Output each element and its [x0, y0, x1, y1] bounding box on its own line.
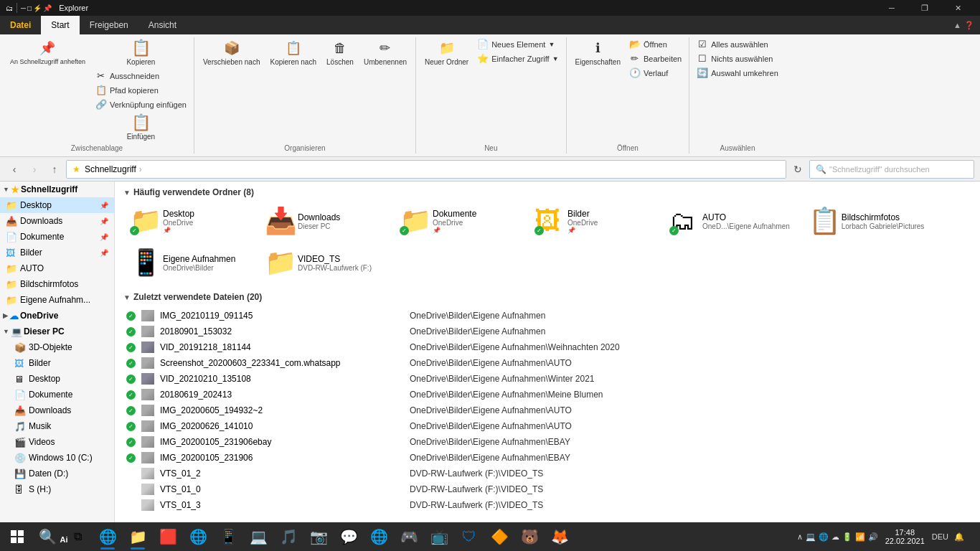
- recent-item-7[interactable]: ✓ IMG_20200626_141010 OneDrive\Bilder\Ei…: [123, 418, 971, 434]
- taskbar-music[interactable]: 🎵: [274, 522, 303, 551]
- sidebar-item-bilder-pc[interactable]: 🖼 Bilder: [0, 355, 114, 371]
- onedrive-header[interactable]: ▶ ☁ OneDrive: [0, 308, 114, 324]
- minimize-button[interactable]: ─: [875, 0, 908, 16]
- taskbar-game[interactable]: 🎮: [395, 522, 423, 551]
- sidebar-item-bilder[interactable]: 🖼 Bilder 📌: [0, 245, 114, 260]
- taskbar-vlc[interactable]: 🔶: [485, 522, 514, 551]
- taskbar-remote[interactable]: 💻: [244, 522, 273, 551]
- folder-tile-bildschirm[interactable]: 📋 Bildschirmfotos Lorbach Gabriele\Pictu…: [802, 203, 931, 239]
- sidebar-item-dokumente-pc[interactable]: 📄 Dokumente: [0, 387, 114, 402]
- address-path[interactable]: ★ Schnellzugriff ›: [66, 160, 786, 179]
- history-button[interactable]: 🕐 Verlauf: [626, 66, 684, 80]
- back-button[interactable]: ‹: [6, 161, 23, 178]
- tray-network-icon[interactable]: 🌐: [819, 532, 829, 542]
- sidebar-item-downloads[interactable]: 📥 Downloads 📌: [0, 213, 114, 229]
- quickaccess-header[interactable]: ▼ ★ Schnellzugriff: [0, 182, 114, 197]
- easy-access-button[interactable]: ⭐ Einfacher Zugriff ▼: [474, 52, 561, 65]
- taskbar-security[interactable]: 🛡: [455, 522, 484, 551]
- cut-button[interactable]: ✂ Ausschneiden: [93, 69, 189, 83]
- recent-files-header[interactable]: ▼ Zuletzt verwendete Dateien (20): [123, 292, 971, 302]
- refresh-button[interactable]: ↻: [789, 161, 806, 178]
- properties-button[interactable]: ℹ Eigenschaften: [571, 37, 625, 68]
- copy-path-button[interactable]: 📋 Pfad kopieren: [93, 83, 189, 97]
- move-to-button[interactable]: 📦 Verschieben nach: [199, 37, 265, 68]
- tab-freigeben[interactable]: Freigeben: [80, 16, 138, 34]
- recent-item-9[interactable]: ✓ IMG_20200105_231906 OneDrive\Bilder\Ei…: [123, 450, 971, 466]
- sidebar-item-bildschirmfotos[interactable]: 📁 Bildschirmfotos: [0, 276, 114, 292]
- sidebar-item-daten-d[interactable]: 💾 Daten (D:): [0, 466, 114, 481]
- recent-item-0[interactable]: ✓ IMG_20210119_091145 OneDrive\Bilder\Ei…: [123, 308, 971, 324]
- tray-onedrive-icon[interactable]: ☁: [831, 532, 839, 542]
- folder-tile-downloads[interactable]: 📥 Downloads Dieser PC: [258, 203, 387, 239]
- taskbar-office[interactable]: 🟥: [154, 522, 182, 551]
- sidebar-item-desktop[interactable]: 📁 Desktop 📌: [0, 197, 114, 213]
- open-button[interactable]: 📂 Öffnen: [626, 37, 684, 51]
- taskbar-bear[interactable]: 🐻: [515, 522, 544, 551]
- taskbar-whatsapp[interactable]: 💬: [334, 522, 363, 551]
- search-box[interactable]: 🔍 "Schnellzugriff" durchsuchen: [809, 160, 974, 179]
- close-button[interactable]: ✕: [941, 0, 974, 16]
- taskbar-browser2[interactable]: 🌐: [364, 522, 393, 551]
- folder-tile-video-ts[interactable]: 📁 VIDEO_TS DVD-RW-Laufwerk (F:): [258, 245, 387, 281]
- recent-item-2[interactable]: ✓ VID_20191218_181144 OneDrive\Bilder\Ei…: [123, 339, 971, 355]
- tray-wifi-icon[interactable]: 📶: [855, 532, 865, 542]
- paste-button[interactable]: 📋 Einfügen: [93, 112, 189, 143]
- maximize-button[interactable]: ❐: [908, 0, 941, 16]
- recent-item-1[interactable]: ✓ 20180901_153032 OneDrive\Bilder\Eigene…: [123, 324, 971, 339]
- recent-item-8[interactable]: ✓ IMG_20200105_231906ebay OneDrive\Bilde…: [123, 434, 971, 450]
- forward-button[interactable]: ›: [26, 161, 43, 178]
- start-button[interactable]: [3, 522, 32, 551]
- pin-quickaccess-button[interactable]: 📌 An Schnellzugriff anheften: [4, 37, 91, 67]
- taskbar-clock[interactable]: 17:48 22.02.2021: [881, 528, 929, 545]
- taskbar-phone[interactable]: 📱: [214, 522, 242, 551]
- recent-item-4[interactable]: ✓ VID_20210210_135108 OneDrive\Bilder\Ei…: [123, 371, 971, 387]
- folder-tile-eigene[interactable]: 📱 Eigene Aufnahmen OneDrive\Bilder: [123, 245, 253, 281]
- up-button[interactable]: ↑: [46, 161, 63, 178]
- taskbar-edge[interactable]: 🌐: [93, 522, 122, 551]
- folder-tile-desktop[interactable]: 📁 ✓ Desktop OneDrive 📌: [123, 203, 253, 239]
- select-all-button[interactable]: ☑ Alles auswählen: [694, 37, 781, 51]
- recent-item-3[interactable]: ✓ Screenshot_20200603_223341_com.whatsap…: [123, 355, 971, 371]
- tab-start[interactable]: Start: [41, 16, 79, 34]
- sidebar-item-videos[interactable]: 🎬 Videos: [0, 434, 114, 450]
- taskbar-camera[interactable]: 📷: [304, 522, 333, 551]
- recent-item-12[interactable]: VTS_01_3 DVD-RW-Laufwerk (F:)\VIDEO_TS: [123, 497, 971, 513]
- folder-tile-bilder[interactable]: 🖼 ✓ Bilder OneDrive 📌: [528, 203, 657, 239]
- sidebar-item-auto[interactable]: 📁 AUTO: [0, 260, 114, 276]
- sidebar-item-desktop-pc[interactable]: 🖥 Desktop: [0, 371, 114, 387]
- edit-button[interactable]: ✏ Bearbeiten: [626, 52, 684, 65]
- show-hidden-icons[interactable]: ∧: [797, 532, 803, 542]
- tab-datei[interactable]: Datei: [0, 16, 41, 34]
- recent-item-11[interactable]: VTS_01_0 DVD-RW-Laufwerk (F:)\VIDEO_TS: [123, 481, 971, 497]
- sidebar-item-3dobjects[interactable]: 📦 3D-Objekte: [0, 339, 114, 355]
- tab-ansicht[interactable]: Ansicht: [138, 16, 187, 34]
- new-item-button[interactable]: 📄 Neues Element ▼: [474, 37, 561, 51]
- tray-pc-icon[interactable]: 💻: [806, 532, 816, 542]
- folder-tile-dokumente[interactable]: 📁 ✓ Dokumente OneDrive 📌: [393, 203, 522, 239]
- sidebar-item-windows-c[interactable]: 💿 Windows 10 (C:): [0, 450, 114, 466]
- sidebar-item-musik[interactable]: 🎵 Musik: [0, 418, 114, 434]
- sidebar-item-downloads-pc[interactable]: 📥 Downloads: [0, 402, 114, 418]
- ribbon-up[interactable]: ▲: [953, 21, 961, 29]
- delete-button[interactable]: 🗑 Löschen: [322, 37, 358, 68]
- sidebar-item-dokumente[interactable]: 📄 Dokumente 📌: [0, 229, 114, 245]
- recent-item-10[interactable]: VTS_01_2 DVD-RW-Laufwerk (F:)\VIDEO_TS: [123, 466, 971, 481]
- recent-item-6[interactable]: ✓ IMG_20200605_194932~2 OneDrive\Bilder\…: [123, 402, 971, 418]
- taskbar-chrome[interactable]: 🌐: [184, 522, 212, 551]
- taskbar-explorer[interactable]: 📁: [123, 522, 152, 551]
- rename-button[interactable]: ✏ Umbenennen: [359, 37, 411, 68]
- frequent-folders-header[interactable]: ▼ Häufig verwendete Ordner (8): [123, 187, 971, 197]
- taskbar-work[interactable]: 📺: [425, 522, 453, 551]
- taskbar-firefox[interactable]: 🦊: [545, 522, 574, 551]
- folder-tile-auto[interactable]: 🗂 ✓ AUTO OneD...\Eigene Aufnahmen: [663, 203, 796, 239]
- title-bar-controls[interactable]: ─ ❐ ✕: [875, 0, 974, 16]
- show-desktop-button[interactable]: [970, 522, 974, 551]
- new-folder-button[interactable]: 📁 Neuer Ordner: [420, 37, 473, 68]
- recent-item-5[interactable]: ✓ 20180619_202413 OneDrive\Bilder\Eigene…: [123, 387, 971, 402]
- tray-volume-icon[interactable]: 🔊: [868, 532, 878, 542]
- thispc-header[interactable]: ▼ 💻 Dieser PC: [0, 324, 114, 339]
- ribbon-help[interactable]: ❓: [964, 21, 974, 30]
- notification-button[interactable]: 🔔: [951, 532, 967, 542]
- copy-to-button[interactable]: 📋 Kopieren nach: [265, 37, 321, 68]
- select-none-button[interactable]: ☐ Nichts auswählen: [694, 52, 781, 65]
